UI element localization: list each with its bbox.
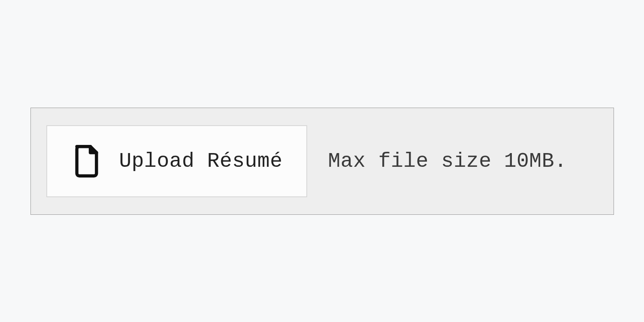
upload-button-label: Upload Résumé bbox=[119, 150, 283, 173]
upload-hint-text: Max file size 10MB. bbox=[328, 150, 567, 173]
upload-resume-button[interactable]: Upload Résumé bbox=[46, 125, 308, 197]
upload-panel: Upload Résumé Max file size 10MB. bbox=[30, 108, 614, 215]
file-icon bbox=[71, 144, 102, 178]
